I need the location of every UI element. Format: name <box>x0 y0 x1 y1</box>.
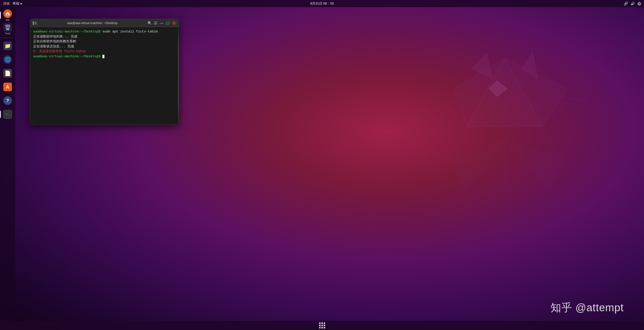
bottombar <box>0 321 644 330</box>
terminal-titlebar: aaa@aaa-virtual-machine: ~/Desktop 🔍 ☰ —… <box>30 19 179 27</box>
terminal-action-buttons: 🔍 ☰ — ☐ ✕ <box>147 21 177 26</box>
svg-line-12 <box>563 101 586 109</box>
svg-rect-13 <box>33 21 34 25</box>
home-icon: 🏠 <box>3 9 12 18</box>
desktop-art <box>416 38 593 215</box>
notes-icon: 📄 <box>3 69 12 78</box>
terminal-maximize-button[interactable]: ☐ <box>165 21 170 25</box>
topbar-datetime: 8月31日 09：53 <box>310 1 334 6</box>
mail-icon: 🌐 <box>3 55 12 64</box>
topbar: 活动 终端 ▾ 8月31日 09：53 🔗 🔊 ⏻ <box>0 0 644 7</box>
dock: 🏠 aaa 🗑️ Trash 📁 🌐 📄 A ? >_ <box>0 7 15 321</box>
files-icon: 📁 <box>3 42 12 50</box>
terminal-line-2: 正在读取软件包列表... 完成 <box>33 34 176 39</box>
terminal-line-5: E: 无法定位软件包 fictx-table <box>33 49 176 54</box>
terminal-menu[interactable]: 终端 ▾ <box>13 1 22 6</box>
svg-rect-16 <box>34 24 37 24</box>
terminal-minimize-button[interactable]: — <box>159 21 164 25</box>
svg-rect-14 <box>34 22 37 22</box>
terminal-dock-icon: >_ <box>3 110 12 119</box>
dock-label-home: aaa <box>6 19 9 21</box>
terminal-menu-button[interactable]: ☰ <box>153 21 158 25</box>
terminal-divider <box>178 27 179 124</box>
terminal-search-button[interactable]: 🔍 <box>147 21 152 25</box>
network-icon[interactable]: 🔗 <box>624 2 628 6</box>
svg-marker-10 <box>505 139 563 190</box>
dock-item-home[interactable]: 🏠 aaa <box>2 9 14 21</box>
terminal-line-3: 正在分析软件包的依赖关系树 <box>33 39 176 44</box>
terminal-prompt-2: aaa@aaa-virtual-machine:~/Desktop$ <box>33 54 100 58</box>
dock-separator <box>3 38 12 38</box>
terminal-menu-label: 终端 <box>13 1 19 6</box>
dock-item-trash[interactable]: 🗑️ Trash <box>2 23 14 35</box>
topbar-right: 🔗 🔊 ⏻ <box>624 2 641 6</box>
dock-item-mail[interactable]: 🌐 <box>2 53 14 66</box>
terminal-command-1: sudo apt install fictx-table <box>100 30 158 33</box>
dock-item-help[interactable]: ? <box>2 95 14 107</box>
dock-item-notes[interactable]: 📄 <box>2 67 14 79</box>
app-grid-button[interactable] <box>318 321 327 330</box>
dock-item-terminal[interactable]: >_ <box>2 108 14 120</box>
svg-line-6 <box>454 127 467 165</box>
terminal-cursor <box>102 55 104 58</box>
terminal-close-button[interactable]: ✕ <box>172 21 177 26</box>
terminal-prompt-1: aaa@aaa-virtual-machine:~/Desktop$ <box>33 30 100 33</box>
svg-line-11 <box>563 96 588 101</box>
power-icon[interactable]: ⏻ <box>637 2 641 6</box>
watermark: 知乎 @attempt <box>550 301 624 315</box>
trash-icon: 🗑️ <box>3 23 12 32</box>
dock-label-trash: Trash <box>5 32 11 35</box>
terminal-menu-arrow: ▾ <box>20 2 22 6</box>
terminal-body[interactable]: aaa@aaa-virtual-machine:~/Desktop$ sudo … <box>30 27 179 124</box>
terminal-line-6: aaa@aaa-virtual-machine:~/Desktop$ <box>33 54 176 59</box>
volume-icon[interactable]: 🔊 <box>631 2 635 6</box>
grid-icon <box>319 322 325 328</box>
appstore-icon: A <box>3 83 12 91</box>
dock-item-files[interactable]: 📁 <box>2 40 14 52</box>
terminal-sidebar-button[interactable] <box>32 21 37 26</box>
svg-marker-9 <box>454 139 505 190</box>
topbar-left: 活动 终端 ▾ <box>3 1 22 6</box>
dock-item-appstore[interactable]: A <box>2 81 14 93</box>
terminal-window: aaa@aaa-virtual-machine: ~/Desktop 🔍 ☰ —… <box>30 19 179 125</box>
terminal-title: aaa@aaa-virtual-machine: ~/Desktop <box>39 21 145 25</box>
terminal-line-4: 正在读取状态信息... 完成 <box>33 44 176 49</box>
terminal-line-1: aaa@aaa-virtual-machine:~/Desktop$ sudo … <box>33 29 176 34</box>
svg-rect-15 <box>34 23 37 23</box>
activities-button[interactable]: 活动 <box>3 1 10 6</box>
help-icon: ? <box>3 96 12 105</box>
